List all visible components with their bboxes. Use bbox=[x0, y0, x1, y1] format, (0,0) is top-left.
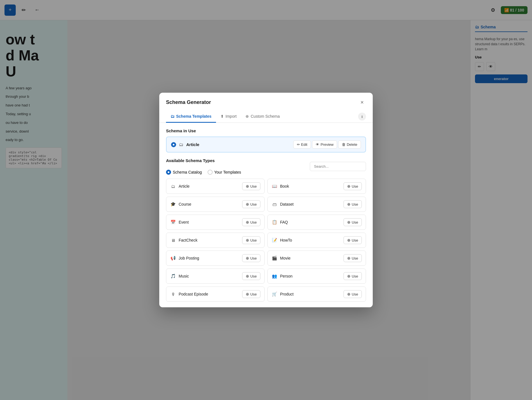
product-name: Product bbox=[280, 292, 294, 296]
schema-card-howto[interactable]: 📝 HowTo ⊕ Use bbox=[267, 233, 366, 248]
modal-body: Schema in Use 🗂 Article ✏ Edit 👁 Preview… bbox=[159, 123, 373, 307]
schema-card-movie[interactable]: 🎬 Movie ⊕ Use bbox=[267, 251, 366, 266]
your-templates-radio bbox=[208, 170, 213, 175]
info-button[interactable]: i bbox=[358, 113, 366, 121]
howto-icon: 📝 bbox=[272, 238, 277, 243]
person-use-button[interactable]: ⊕ Use bbox=[344, 272, 362, 280]
preview-icon: 👁 bbox=[316, 142, 319, 147]
movie-use-button[interactable]: ⊕ Use bbox=[344, 254, 362, 262]
plus-circle-icon: ⊕ bbox=[246, 220, 249, 224]
job-posting-use-button[interactable]: ⊕ Use bbox=[242, 254, 260, 262]
schema-in-use-icon: 🗂 bbox=[179, 142, 183, 147]
howto-use-button[interactable]: ⊕ Use bbox=[344, 236, 362, 244]
schema-card-course[interactable]: 🎓 Course ⊕ Use bbox=[166, 197, 265, 212]
schema-card-left-howto: 📝 HowTo bbox=[272, 238, 292, 243]
your-templates-option[interactable]: Your Templates bbox=[208, 170, 241, 175]
course-use-button[interactable]: ⊕ Use bbox=[242, 200, 260, 208]
book-use-label: Use bbox=[352, 184, 358, 188]
course-icon: 🎓 bbox=[170, 202, 176, 207]
schema-card-left-dataset: 🗃 Dataset bbox=[272, 202, 294, 207]
schema-card-factcheck[interactable]: 🖥 FactCheck ⊕ Use bbox=[166, 233, 265, 248]
schema-card-left-article: 🗂 Article bbox=[170, 184, 190, 189]
available-schema-title: Available Schema Types bbox=[166, 158, 241, 163]
faq-use-button[interactable]: ⊕ Use bbox=[344, 218, 362, 226]
article-icon: 🗂 bbox=[170, 184, 176, 189]
book-icon: 📖 bbox=[272, 184, 277, 189]
schema-templates-tab-label: Schema Templates bbox=[176, 114, 212, 119]
music-use-label: Use bbox=[250, 274, 257, 278]
plus-circle-icon: ⊕ bbox=[347, 238, 351, 242]
schema-card-book[interactable]: 📖 Book ⊕ Use bbox=[267, 179, 366, 194]
schema-generator-modal: Schema Generator × 🗂 Schema Templates ⬆ … bbox=[159, 93, 373, 307]
delete-label: Delete bbox=[347, 142, 357, 147]
music-use-button[interactable]: ⊕ Use bbox=[242, 272, 260, 280]
howto-name: HowTo bbox=[280, 238, 292, 242]
schema-catalog-label: Schema Catalog bbox=[173, 170, 202, 174]
plus-circle-icon: ⊕ bbox=[347, 202, 351, 206]
event-use-label: Use bbox=[250, 220, 257, 224]
edit-icon: ✏ bbox=[297, 142, 300, 147]
dataset-icon: 🗃 bbox=[272, 202, 277, 207]
schema-card-podcast-episode[interactable]: 🎙 Podcast Episode ⊕ Use bbox=[166, 287, 265, 302]
faq-use-label: Use bbox=[352, 220, 358, 224]
schema-actions: ✏ Edit 👁 Preview 🗑 Delete bbox=[293, 140, 361, 149]
plus-circle-icon: ⊕ bbox=[246, 184, 249, 188]
schema-search-input[interactable] bbox=[310, 162, 366, 171]
podcast-episode-use-button[interactable]: ⊕ Use bbox=[242, 290, 260, 298]
article-name: Article bbox=[179, 184, 190, 188]
preview-schema-button[interactable]: 👁 Preview bbox=[312, 140, 337, 149]
delete-schema-button[interactable]: 🗑 Delete bbox=[338, 140, 361, 149]
modal-close-button[interactable]: × bbox=[358, 98, 366, 106]
schema-card-article[interactable]: 🗂 Article ⊕ Use bbox=[166, 179, 265, 194]
factcheck-use-button[interactable]: ⊕ Use bbox=[242, 236, 260, 244]
plus-circle-icon: ⊕ bbox=[246, 202, 249, 206]
movie-use-label: Use bbox=[352, 256, 358, 260]
edit-label: Edit bbox=[301, 142, 307, 147]
preview-label: Preview bbox=[320, 142, 333, 147]
available-schema-header: Available Schema Types Schema Catalog Yo… bbox=[166, 158, 366, 175]
factcheck-name: FactCheck bbox=[179, 238, 197, 242]
factcheck-icon: 🖥 bbox=[170, 238, 176, 243]
article-use-button[interactable]: ⊕ Use bbox=[242, 182, 260, 190]
plus-circle-icon: ⊕ bbox=[347, 184, 351, 188]
schema-in-use-radio bbox=[171, 142, 176, 147]
schema-card-left-event: 📅 Event bbox=[170, 220, 189, 225]
schema-card-music[interactable]: 🎵 Music ⊕ Use bbox=[166, 269, 265, 284]
schema-card-left-job-posting: 📢 Job Posting bbox=[170, 256, 199, 261]
import-tab-icon: ⬆ bbox=[220, 114, 224, 119]
modal-tabs: 🗂 Schema Templates ⬆ Import ⊕ Custom Sch… bbox=[159, 111, 373, 123]
schema-card-left-faq: 📋 FAQ bbox=[272, 220, 288, 225]
schema-in-use-left: 🗂 Article bbox=[171, 142, 199, 147]
dataset-use-button[interactable]: ⊕ Use bbox=[344, 200, 362, 208]
howto-use-label: Use bbox=[352, 238, 358, 242]
schema-card-job-posting[interactable]: 📢 Job Posting ⊕ Use bbox=[166, 251, 265, 266]
schema-card-dataset[interactable]: 🗃 Dataset ⊕ Use bbox=[267, 197, 366, 212]
factcheck-use-label: Use bbox=[250, 238, 257, 242]
modal-title: Schema Generator bbox=[166, 99, 211, 105]
tab-schema-templates[interactable]: 🗂 Schema Templates bbox=[166, 111, 216, 123]
schema-card-person[interactable]: 👥 Person ⊕ Use bbox=[267, 269, 366, 284]
schema-card-left-podcast-episode: 🎙 Podcast Episode bbox=[170, 292, 208, 297]
schema-card-product[interactable]: 🛒 Product ⊕ Use bbox=[267, 287, 366, 302]
book-use-button[interactable]: ⊕ Use bbox=[344, 182, 362, 190]
schema-card-left-person: 👥 Person bbox=[272, 274, 292, 279]
edit-schema-button[interactable]: ✏ Edit bbox=[293, 140, 311, 149]
course-name: Course bbox=[179, 202, 191, 206]
import-tab-label: Import bbox=[226, 114, 237, 119]
schema-in-use-card[interactable]: 🗂 Article ✏ Edit 👁 Preview 🗑 Delete bbox=[166, 137, 366, 153]
schema-templates-tab-icon: 🗂 bbox=[170, 114, 174, 119]
faq-name: FAQ bbox=[280, 220, 288, 224]
tab-import[interactable]: ⬆ Import bbox=[216, 111, 241, 123]
schema-card-faq[interactable]: 📋 FAQ ⊕ Use bbox=[267, 215, 366, 230]
product-use-button[interactable]: ⊕ Use bbox=[344, 290, 362, 298]
plus-circle-icon: ⊕ bbox=[246, 256, 249, 260]
schema-card-event[interactable]: 📅 Event ⊕ Use bbox=[166, 215, 265, 230]
plus-circle-icon: ⊕ bbox=[246, 292, 249, 296]
tab-custom-schema[interactable]: ⊕ Custom Schema bbox=[241, 111, 284, 123]
schema-grid: 🗂 Article ⊕ Use 📖 Book ⊕ Use 🎓 Course ⊕ … bbox=[166, 179, 366, 302]
movie-name: Movie bbox=[280, 256, 290, 260]
music-icon: 🎵 bbox=[170, 274, 176, 279]
podcast-episode-name: Podcast Episode bbox=[179, 292, 208, 296]
schema-catalog-option[interactable]: Schema Catalog bbox=[166, 170, 202, 175]
event-use-button[interactable]: ⊕ Use bbox=[242, 218, 260, 226]
